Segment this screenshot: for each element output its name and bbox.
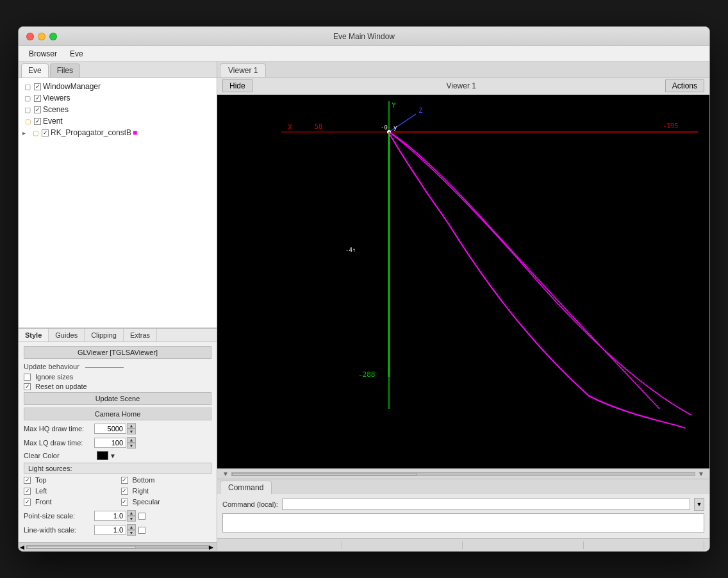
vscroll-thumb[interactable] — [232, 473, 417, 475]
command-tab[interactable]: Command — [220, 481, 272, 494]
max-lq-down[interactable]: ▼ — [127, 443, 136, 449]
hide-button[interactable]: Hide — [222, 79, 252, 92]
viewer-bottom-bar: ▼ ▼ — [217, 468, 709, 479]
status-seg-2 — [343, 541, 463, 549]
command-content: Command (local): ▼ — [217, 494, 709, 538]
max-lq-up[interactable]: ▲ — [127, 437, 136, 443]
line-width-down[interactable]: ▼ — [127, 530, 136, 536]
max-hq-up[interactable]: ▲ — [127, 423, 136, 429]
vscroll-right-arrow[interactable]: ▼ — [698, 470, 704, 477]
status-seg-1 — [222, 541, 342, 549]
update-scene-btn[interactable]: Update Scene — [24, 392, 211, 405]
svg-text:58: 58 — [315, 123, 322, 130]
reset-on-update-label: Reset on update — [35, 383, 87, 390]
camera-home-btn[interactable]: Camera Home — [24, 408, 211, 420]
checkbox-propagator[interactable] — [42, 129, 49, 136]
menu-browser[interactable]: Browser — [24, 48, 62, 60]
checkbox-front[interactable] — [24, 499, 31, 506]
svg-text:-288: -288 — [358, 370, 376, 379]
point-size-up[interactable]: ▲ — [127, 510, 136, 516]
glviewer-btn[interactable]: GLViewer [TGLSAViewer] — [24, 346, 211, 359]
hscroll-right[interactable]: ▶ — [209, 544, 215, 550]
checkbox-right[interactable] — [121, 488, 128, 495]
point-size-row: Point-size scale: ▲ ▼ — [24, 510, 211, 522]
tree-label-event: Event — [43, 117, 63, 126]
maximize-button[interactable] — [49, 33, 57, 40]
checkbox-viewers[interactable] — [34, 95, 41, 102]
checkbox-top[interactable] — [24, 477, 31, 484]
line-width-label: Line-width scale: — [24, 526, 94, 534]
props-hscrollbar[interactable]: ◀ ▶ — [19, 542, 217, 551]
props-tab-extras[interactable]: Extras — [124, 329, 157, 342]
command-textarea[interactable] — [222, 513, 704, 533]
props-tab-clipping[interactable]: Clipping — [85, 329, 124, 342]
tree-item-scenes[interactable]: ▢ Scenes — [19, 104, 217, 115]
tree-label-scenes: Scenes — [43, 105, 69, 114]
vscroll-track[interactable] — [231, 472, 695, 476]
minimize-button[interactable] — [38, 33, 46, 40]
status-seg-3 — [464, 541, 584, 549]
traffic-lights — [26, 33, 57, 40]
tree-label-propagator: RK_Propagator_constB — [51, 128, 131, 137]
viewer-hscroll[interactable]: ▼ ▼ — [222, 470, 704, 477]
checkbox-reset-on-update[interactable] — [24, 383, 31, 390]
hscroll-thumb[interactable] — [27, 546, 136, 549]
checkbox-ignore-sizes[interactable] — [24, 374, 31, 381]
command-local-label: Command (local): — [222, 500, 278, 508]
line-width-spinner: ▲ ▼ — [127, 524, 136, 536]
max-lq-input[interactable] — [94, 438, 126, 448]
tab-eve[interactable]: Eve — [21, 63, 49, 78]
props-tab-style[interactable]: Style — [19, 329, 49, 342]
folder-icon-propagator: ▢ — [30, 128, 40, 137]
reset-on-update-row: Reset on update — [24, 383, 211, 390]
checkbox-left[interactable] — [24, 488, 31, 495]
line-width-row: Line-width scale: ▲ ▼ — [24, 524, 211, 536]
tab-files[interactable]: Files — [50, 63, 80, 78]
canvas-area[interactable]: Y X Z — [217, 95, 709, 468]
actions-button[interactable]: Actions — [665, 79, 704, 92]
checkbox-specular[interactable] — [121, 499, 128, 506]
point-size-input[interactable] — [94, 511, 126, 521]
expand-icon-propagator[interactable]: ▸ — [22, 129, 30, 136]
clear-color-arrow[interactable]: ▼ — [110, 452, 116, 459]
line-width-up[interactable]: ▲ — [127, 524, 136, 530]
clear-color-row: Clear Color ▼ — [24, 451, 211, 460]
vscroll-left-arrow[interactable]: ▼ — [222, 470, 229, 477]
tree-item-event[interactable]: ▢ Event — [19, 115, 217, 127]
props-tab-guides[interactable]: Guides — [49, 329, 85, 342]
line-width-input[interactable] — [94, 525, 126, 535]
hscroll-left[interactable]: ◀ — [20, 544, 26, 550]
clear-color-swatch[interactable] — [97, 451, 108, 460]
tree-item-windowmanager[interactable]: ▢ WindowManager — [19, 81, 217, 92]
propagator-color-dot: ■ — [133, 128, 137, 137]
checkbox-bottom[interactable] — [121, 477, 128, 484]
point-size-down[interactable]: ▼ — [127, 516, 136, 522]
props-content: GLViewer [TGLSAViewer] Update behaviour … — [19, 342, 217, 542]
tree-item-propagator[interactable]: ▸ ▢ RK_Propagator_constB ■ — [19, 127, 217, 138]
checkbox-line-width[interactable] — [138, 527, 145, 534]
folder-icon: ▢ — [22, 82, 33, 91]
hscroll-track[interactable] — [26, 545, 209, 549]
command-dropdown[interactable]: ▼ — [694, 498, 704, 511]
point-size-label: Point-size scale: — [24, 512, 94, 520]
command-input[interactable] — [282, 499, 690, 510]
tree-item-viewers[interactable]: ▢ Viewers — [19, 92, 217, 104]
checkbox-windowmanager[interactable] — [34, 83, 41, 90]
svg-text:-4↑: -4↑ — [345, 247, 356, 253]
command-area: Command Command (local): ▼ — [217, 479, 709, 538]
viewer-toolbar: Hide Viewer 1 Actions — [217, 78, 709, 95]
viewer-canvas: Y X Z — [217, 95, 709, 468]
checkbox-event[interactable] — [34, 118, 41, 125]
max-hq-label: Max HQ draw time: — [24, 425, 94, 433]
max-hq-input[interactable] — [94, 424, 126, 434]
menu-eve[interactable]: Eve — [65, 48, 88, 60]
checkbox-scenes[interactable] — [34, 106, 41, 113]
checkbox-point-size[interactable] — [138, 513, 145, 520]
svg-text:Y: Y — [392, 101, 396, 110]
light-front-row: Front — [24, 498, 115, 506]
close-button[interactable] — [26, 33, 34, 40]
max-hq-down[interactable]: ▼ — [127, 429, 136, 434]
viewer-tab-1[interactable]: Viewer 1 — [220, 63, 266, 77]
folder-icon-viewers: ▢ — [22, 94, 33, 103]
max-lq-spinner: ▲ ▼ — [127, 437, 136, 449]
